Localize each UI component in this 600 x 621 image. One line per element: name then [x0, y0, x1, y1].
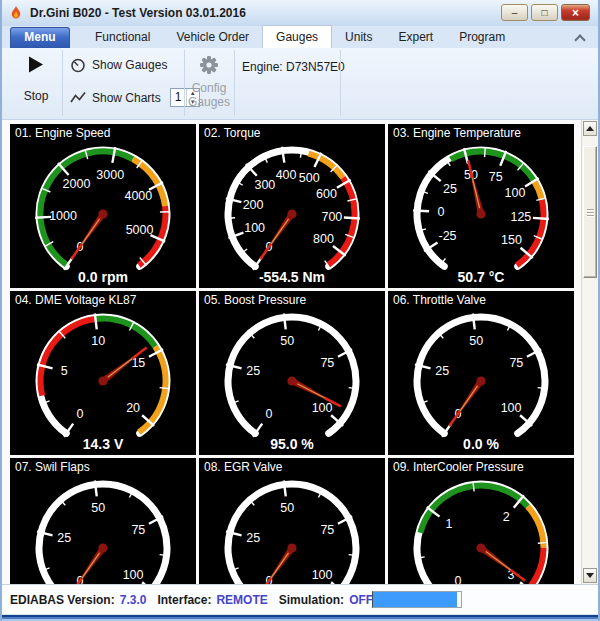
- tab-expert[interactable]: Expert: [385, 26, 446, 48]
- gauge-area: 01. Engine Speed0100020003000400050000.0…: [2, 120, 598, 584]
- tab-strip: FunctionalVehicle OrderGaugesUnitsExpert…: [82, 25, 518, 48]
- gauge-value: 95.0 %: [199, 436, 385, 452]
- gauge-tick-label: 600: [316, 187, 337, 201]
- gauge-title: 09. InterCooler Pressure: [393, 460, 524, 474]
- gauge-cell: 06. Throttle Valve02550751000.0 %: [388, 291, 574, 455]
- gauge-tick-label: 25: [246, 531, 260, 545]
- minimize-button[interactable]: –: [501, 4, 528, 21]
- toolbar-separator: [340, 50, 341, 116]
- show-gauges-label: Show Gauges: [92, 58, 167, 72]
- gauge-tick-label: 25: [57, 531, 71, 545]
- window-bottom-border: [2, 614, 598, 621]
- gauge-value: -554.5 Nm: [199, 269, 385, 285]
- gauge-tick-label: 2: [503, 510, 510, 524]
- gauge-dial: 0255075100: [199, 458, 385, 584]
- gauge-value: 0.0 rpm: [10, 269, 196, 285]
- chevron-up-icon: [574, 34, 585, 45]
- gauge-tick-label: 75: [320, 523, 334, 537]
- gauge-cell: 05. Boost Pressure025507510095.0 %: [199, 291, 385, 455]
- gauge-zone-red: [41, 319, 96, 396]
- gauge-cell: 02. Torque0100200300400500600700800-554.…: [199, 124, 385, 288]
- gauge-hub: [287, 376, 296, 385]
- gauge-title: 06. Throttle Valve: [393, 293, 486, 307]
- tab-vehicle-order[interactable]: Vehicle Order: [163, 26, 262, 48]
- tab-program[interactable]: Program: [446, 26, 518, 48]
- gauge-tick-label: 75: [509, 356, 523, 370]
- status-item: Interface:REMOTE: [157, 593, 267, 607]
- gauge-tick-label: 1: [446, 517, 453, 531]
- flame-icon: [8, 5, 24, 21]
- vertical-scrollbar[interactable]: [581, 120, 598, 584]
- config-gauges-label-1: Config: [187, 81, 231, 95]
- gauge-title: 08. EGR Valve: [204, 460, 282, 474]
- show-charts-row: Show Charts 1 ▲ ▼: [70, 88, 200, 107]
- gauge-tick-label: 20: [126, 401, 140, 415]
- gauge-hub: [476, 376, 485, 385]
- menu-button[interactable]: Menu: [10, 27, 70, 48]
- status-value: OFF: [349, 593, 373, 607]
- gauge-cell: 09. InterCooler Pressure0123: [388, 458, 574, 584]
- gauge-grid: 01. Engine Speed0100020003000400050000.0…: [2, 120, 581, 584]
- status-label: Interface:: [157, 593, 211, 607]
- show-charts-label[interactable]: Show Charts: [92, 91, 161, 105]
- ribbon-collapse-button[interactable]: [574, 33, 586, 43]
- scroll-up-button[interactable]: [583, 121, 597, 136]
- gauge-tick-label: 25: [435, 364, 449, 378]
- gauge-tick-label: 100: [312, 568, 333, 582]
- status-value: REMOTE: [216, 593, 267, 607]
- gauge-cell: 03. Engine Temperature-25025507510012515…: [388, 124, 574, 288]
- gauge-tick-label: 5: [61, 364, 68, 378]
- gauge-tick-label: 4000: [124, 189, 152, 203]
- gauge-tick-label: 25: [246, 364, 260, 378]
- status-label: Simulation:: [279, 593, 344, 607]
- config-gauges-button[interactable]: Config Gauges: [187, 54, 231, 109]
- tab-functional[interactable]: Functional: [82, 26, 163, 48]
- gauge-hub: [287, 543, 296, 552]
- gauge-tick-label: 125: [510, 210, 531, 224]
- gauge-tick-label: 800: [313, 232, 334, 246]
- scrollbar-thumb[interactable]: [583, 146, 597, 278]
- gauge-tick-label: 75: [489, 170, 503, 184]
- gauge-tick-label: 100: [504, 186, 525, 200]
- gauge-dial: -250255075100125150: [388, 124, 574, 288]
- gauge-tick-label: 700: [321, 210, 342, 224]
- gauge-tick-label: 100: [123, 568, 144, 582]
- gauge-dial: 0255075100: [10, 458, 196, 584]
- scroll-down-button[interactable]: [583, 568, 597, 583]
- close-button[interactable]: ×: [561, 4, 590, 21]
- gauge-value: 50.7 °C: [388, 269, 574, 285]
- status-item: Simulation:OFF: [279, 593, 373, 607]
- gauge-hub: [98, 376, 107, 385]
- gauge-zone-green: [420, 485, 527, 532]
- tab-gauges[interactable]: Gauges: [262, 25, 332, 48]
- toolbar-separator: [184, 50, 185, 116]
- gauge-tick-label: 5000: [126, 223, 154, 237]
- gauge-cell: 07. Swil Flaps0255075100: [10, 458, 196, 584]
- maximize-button[interactable]: □: [531, 4, 558, 21]
- gauge-tick-label: 500: [299, 171, 320, 185]
- status-bar: EDIABAS Version:7.3.0Interface:REMOTESim…: [2, 584, 598, 614]
- gauge-title: 05. Boost Pressure: [204, 293, 306, 307]
- gauge-dial: 0100200300400500600700800: [199, 124, 385, 288]
- gauge-tick-label: 75: [131, 523, 145, 537]
- play-triangle-icon: [28, 56, 44, 73]
- gauge-dial: 0123: [388, 458, 574, 584]
- gauge-tick-label: 100: [244, 221, 265, 235]
- progress-bar: [372, 591, 462, 608]
- gauge-title: 04. DME Voltage KL87: [15, 293, 136, 307]
- gauge-tick-label: 400: [276, 168, 297, 182]
- gauge-tick-label: 100: [501, 401, 522, 415]
- tab-units[interactable]: Units: [332, 26, 385, 48]
- gauge-tick-label: 100: [312, 401, 333, 415]
- chart-line-icon: [70, 91, 86, 105]
- gauge-title: 02. Torque: [204, 126, 261, 140]
- gauge-title: 07. Swil Flaps: [15, 460, 90, 474]
- gauge-tick-label: 10: [91, 334, 105, 348]
- gauge-tick-label: 50: [280, 334, 294, 348]
- gauge-hub: [98, 209, 107, 218]
- toolbar-separator: [62, 50, 63, 116]
- show-gauges-button[interactable]: Show Gauges: [70, 57, 167, 73]
- gear-icon: [198, 54, 220, 76]
- stop-button[interactable]: Stop: [16, 56, 56, 103]
- gauge-hub: [476, 543, 485, 552]
